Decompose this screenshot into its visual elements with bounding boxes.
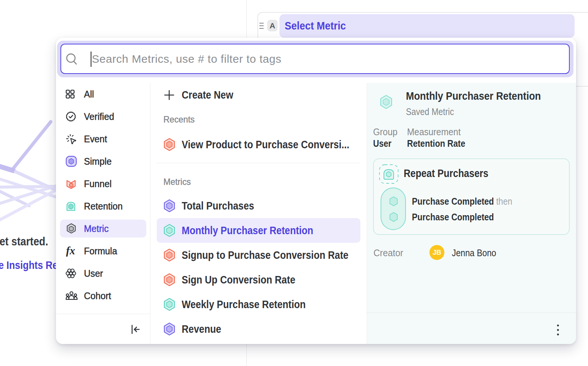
svg-text:fx: fx [66, 245, 75, 257]
